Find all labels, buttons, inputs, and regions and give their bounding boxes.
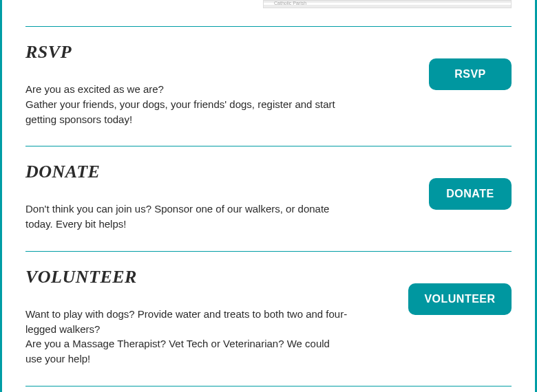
rsvp-text: RSVP Are you as excited as we are? Gathe… bbox=[25, 42, 429, 127]
volunteer-heading: VOLUNTEER bbox=[25, 267, 394, 287]
donate-body: Don't think you can join us? Sponsor one… bbox=[25, 202, 349, 232]
rsvp-body: Are you as excited as we are? Gather you… bbox=[25, 82, 349, 127]
donate-heading: DONATE bbox=[25, 162, 415, 182]
page-frame: Catholic Parish RSVP Are you as excited … bbox=[0, 0, 537, 392]
volunteer-body: Want to play with dogs? Provide water an… bbox=[25, 307, 349, 367]
volunteer-button[interactable]: VOLUNTEER bbox=[408, 283, 512, 315]
rsvp-body-line2: Gather your friends, your dogs, your fri… bbox=[25, 98, 335, 125]
volunteer-text: VOLUNTEER Want to play with dogs? Provid… bbox=[25, 267, 408, 367]
rsvp-section: RSVP Are you as excited as we are? Gathe… bbox=[25, 27, 512, 146]
donate-button[interactable]: DONATE bbox=[429, 178, 512, 210]
donate-text: DONATE Don't think you can join us? Spon… bbox=[25, 162, 429, 232]
volunteer-section: VOLUNTEER Want to play with dogs? Provid… bbox=[25, 252, 512, 386]
volunteer-body-line1: Want to play with dogs? Provide water an… bbox=[25, 308, 347, 335]
volunteer-body-line2: Are you a Massage Therapist? Vet Tech or… bbox=[25, 338, 330, 364]
divider bbox=[25, 386, 512, 386]
rsvp-button[interactable]: RSVP bbox=[429, 58, 512, 90]
content-container: Catholic Parish RSVP Are you as excited … bbox=[5, 0, 532, 392]
donate-section: DONATE Don't think you can join us? Spon… bbox=[25, 146, 512, 251]
map-label: Catholic Parish bbox=[274, 1, 306, 6]
rsvp-heading: RSVP bbox=[25, 42, 415, 63]
rsvp-body-line1: Are you as excited as we are? bbox=[25, 83, 164, 95]
map-preview[interactable]: Catholic Parish bbox=[263, 0, 512, 8]
